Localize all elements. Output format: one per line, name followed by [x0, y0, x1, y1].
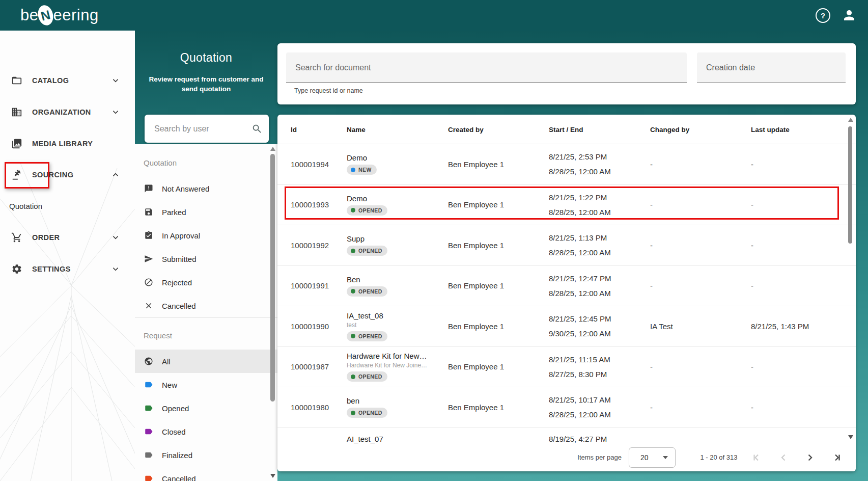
page-subtitle: Review request from customer and send qu… — [144, 74, 268, 94]
status-label: OPENED — [358, 288, 382, 295]
cell-changed-by — [650, 428, 742, 444]
cell-start-end: 8/21/25, 10:17 AM8/28/25, 12:00 AM — [549, 387, 646, 427]
page-range-label: 1 - 20 of 313 — [699, 453, 739, 461]
sidebar-item-label: SOURCING — [32, 171, 73, 179]
previous-page-icon[interactable] — [777, 451, 790, 464]
table-scrollbar[interactable] — [848, 126, 852, 244]
filter-item-cancelled[interactable]: Cancelled — [135, 294, 277, 317]
chevron-down-icon — [663, 456, 668, 459]
filter-item-label: All — [162, 357, 171, 366]
filter-item-not-answered[interactable]: Not Answered — [135, 177, 277, 200]
cell-changed-by: - — [650, 144, 742, 184]
column-header-name[interactable]: Name — [347, 115, 366, 144]
table-row-100001987[interactable]: 100001987Hardware Kit for New…Hardware K… — [277, 347, 856, 388]
filter-item-label: In Approval — [162, 231, 200, 240]
status-badge: OPENED — [347, 246, 387, 256]
first-page-icon[interactable] — [751, 451, 763, 464]
sidebar-item-catalog[interactable]: CATALOG — [0, 66, 135, 95]
sidebar-item-settings[interactable]: SETTINGS — [0, 255, 135, 283]
status-badge: NEW — [347, 165, 377, 175]
cell-created-by: Ben Employee 1 — [448, 144, 545, 184]
sidebar-item-sourcing[interactable]: SOURCING — [0, 161, 135, 189]
cell-start-end: 8/21/25, 12:45 PM9/30/25, 12:00 AM — [549, 306, 646, 346]
start-date: 8/21/25, 1:13 PM — [549, 233, 646, 242]
sidebar-item-media-library[interactable]: MEDIA LIBRARY — [0, 129, 135, 158]
column-header-start-end[interactable]: Start / End — [549, 115, 583, 144]
account-icon[interactable] — [842, 8, 857, 23]
row-name: IA_test_08 — [347, 311, 443, 320]
sidebar-item-quotation[interactable]: Quotation — [0, 193, 135, 219]
filter-panel-scrollbar[interactable] — [270, 154, 275, 402]
table-row-100001992[interactable]: 100001992SuppOPENEDBen Employee 18/21/25… — [277, 225, 856, 266]
start-date: 8/21/25, 1:22 PM — [549, 193, 646, 202]
cell-name: DemoOPENED — [347, 185, 443, 225]
row-name: Demo — [347, 194, 443, 203]
table-header: IdNameCreated byStart / EndChanged byLas… — [277, 115, 856, 144]
page-size-select[interactable]: 20 — [629, 447, 676, 468]
blocked-icon — [144, 278, 153, 287]
cell-id — [291, 428, 342, 444]
search-by-user-input[interactable] — [153, 124, 249, 134]
filter-item-opened[interactable]: Opened — [135, 396, 277, 420]
cell-last-update: - — [751, 266, 846, 306]
cell-name: DemoNEW — [347, 144, 443, 184]
column-header-last-update[interactable]: Last update — [751, 115, 790, 144]
close-icon — [144, 301, 153, 310]
table-row-100001994[interactable]: 100001994DemoNEWBen Employee 18/21/25, 2… — [277, 144, 856, 185]
sidebar-item-organization[interactable]: ORGANIZATION — [0, 98, 135, 126]
filter-item-submitted[interactable]: Submitted — [135, 247, 277, 271]
scroll-down-icon[interactable] — [848, 435, 853, 439]
cell-changed-by: - — [650, 225, 742, 265]
table-row[interactable]: AI_test_078/19/25, 4:27 PM — [277, 428, 856, 444]
table-row-100001991[interactable]: 100001991BenOPENEDBen Employee 18/21/25,… — [277, 266, 856, 307]
table-row-100001990[interactable]: 100001990IA_test_08testOPENEDBen Employe… — [277, 306, 856, 347]
filter-item-rejected[interactable]: Rejected — [135, 271, 277, 294]
column-header-id[interactable]: Id — [291, 115, 297, 144]
help-icon[interactable]: ? — [816, 8, 830, 23]
filter-item-new[interactable]: New — [135, 373, 277, 396]
cell-changed-by: - — [650, 347, 742, 387]
filter-item-label: Closed — [162, 427, 186, 436]
filter-item-closed[interactable]: Closed — [135, 420, 277, 443]
cell-last-update: - — [751, 387, 846, 427]
end-date: 9/30/25, 12:00 AM — [549, 329, 646, 338]
table-row-100001993[interactable]: 100001993DemoOPENEDBen Employee 18/21/25… — [277, 185, 856, 226]
cell-created-by: Ben Employee 1 — [448, 225, 545, 265]
paginator-nav — [751, 451, 843, 464]
chevron-down-icon — [111, 264, 120, 274]
gear-icon — [11, 263, 22, 275]
cell-last-update: - — [751, 225, 846, 265]
filter-item-label: Cancelled — [162, 474, 196, 481]
paginator: Items per page 20 1 - 20 of 313 — [277, 443, 856, 471]
row-subtitle: test — [347, 322, 443, 329]
creation-date-input[interactable] — [705, 63, 834, 73]
cell-name: Hardware Kit for New…Hardware Kit for Ne… — [347, 347, 443, 387]
filter-item-all[interactable]: All — [135, 350, 277, 373]
scroll-up-icon[interactable] — [270, 147, 275, 151]
scroll-down-icon[interactable] — [270, 474, 275, 478]
filter-item-label: Opened — [162, 404, 189, 413]
column-header-changed-by[interactable]: Changed by — [650, 115, 689, 144]
column-header-created-by[interactable]: Created by — [448, 115, 484, 144]
next-page-icon[interactable] — [804, 451, 816, 464]
cart-icon — [11, 232, 22, 243]
table-row-100001980[interactable]: 100001980benOPENEDBen Employee 18/21/25,… — [277, 387, 856, 428]
beneering-logo: beNeering — [20, 5, 99, 25]
app-window: beNeering ? CATALOGORGANIZATIONMEDIA LIB… — [0, 0, 868, 481]
filter-item-cancelled[interactable]: Cancelled — [135, 467, 277, 481]
filter-item-label: Parked — [162, 208, 186, 217]
filter-item-label: Submitted — [162, 255, 197, 263]
last-page-icon[interactable] — [830, 451, 843, 464]
label-icon — [144, 380, 153, 389]
filter-item-parked[interactable]: Parked — [135, 200, 277, 224]
search-helper-text: Type request id or name — [294, 87, 363, 94]
filter-item-in-approval[interactable]: In Approval — [135, 224, 277, 247]
search-icon[interactable] — [251, 123, 263, 135]
status-label: OPENED — [358, 333, 382, 339]
sidebar-item-order[interactable]: ORDER — [0, 223, 135, 252]
start-date: 8/21/25, 12:47 PM — [549, 274, 646, 283]
scroll-up-icon[interactable] — [848, 118, 853, 122]
row-name: AI_test_07 — [347, 435, 443, 443]
search-for-document-input[interactable] — [294, 63, 673, 73]
filter-item-finalized[interactable]: Finalized — [135, 443, 277, 467]
